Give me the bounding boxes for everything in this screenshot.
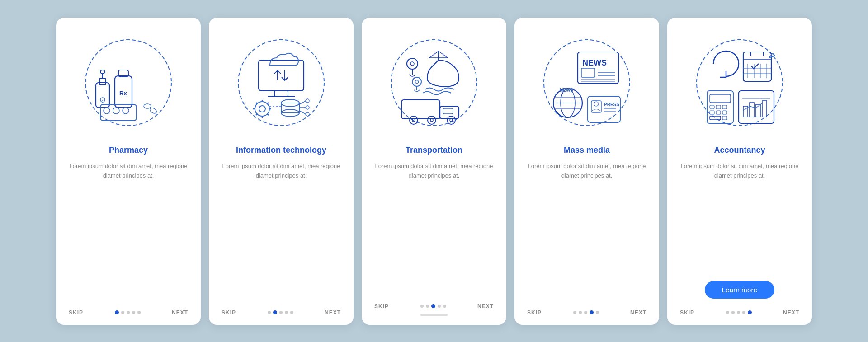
svg-point-58 [447,116,455,124]
dot-1 [268,311,271,314]
transportation-title: Transportation [406,145,462,155]
card-information-technology: Information technology Lorem ipsum dolor… [209,18,354,325]
accountancy-icon-area [685,28,794,137]
it-skip[interactable]: SKIP [222,309,236,316]
svg-rect-96 [710,94,731,103]
svg-point-56 [428,116,436,124]
card-transportation: Transportation Lorem ipsum dolor sit dim… [362,18,506,325]
svg-rect-95 [707,91,733,123]
svg-point-44 [407,58,418,69]
svg-text:PRESS: PRESS [604,102,619,107]
transportation-dots [420,304,446,308]
svg-rect-99 [722,105,727,109]
it-dots [268,310,293,314]
svg-rect-104 [722,116,727,120]
svg-rect-82 [743,52,771,81]
it-title: Information technology [236,145,326,155]
pharmacy-icon-area: Rx [74,28,183,137]
dot-2 [426,305,429,308]
dot-5 [748,310,752,314]
svg-text:NEWS: NEWS [582,58,607,67]
pharmacy-next[interactable]: NEXT [172,309,188,316]
dot-3 [431,304,435,308]
dot-4 [590,310,594,314]
dot-4 [132,311,135,314]
svg-point-13 [144,104,151,108]
mass-media-icon-area: NEWS PRESS [533,28,641,137]
transportation-skip[interactable]: SKIP [374,303,389,309]
svg-rect-63 [581,68,595,77]
svg-point-41 [306,112,309,116]
svg-rect-103 [710,116,721,120]
it-icon-area [227,28,335,137]
dot-4 [438,305,441,308]
pharmacy-title: Pharmacy [109,145,148,155]
mass-media-skip[interactable]: SKIP [527,309,542,316]
accountancy-next[interactable]: NEXT [783,309,799,316]
svg-point-47 [412,77,421,86]
dot-4 [285,311,288,314]
transportation-icon-area [380,28,488,137]
it-nav: SKIP NEXT [218,309,344,316]
svg-text:NEWS: NEWS [560,88,573,93]
accountancy-nav: SKIP NEXT [676,309,803,316]
dot-4 [742,311,745,314]
svg-rect-33 [281,103,299,113]
svg-text:Rx: Rx [119,90,127,97]
svg-rect-110 [762,101,767,117]
dot-3 [584,311,587,314]
accountancy-dots [726,310,752,314]
svg-point-45 [410,62,414,66]
svg-line-28 [256,103,258,104]
svg-rect-53 [443,108,453,114]
learn-more-button[interactable]: Learn more [705,281,775,299]
svg-line-38 [299,111,306,114]
dot-3 [279,311,283,314]
pharmacy-desc: Lorem ipsum dolor sit dim amet, mea regi… [65,162,192,181]
svg-rect-18 [274,91,288,96]
svg-line-30 [267,103,269,104]
svg-point-42 [391,40,477,126]
accountancy-skip[interactable]: SKIP [680,309,694,316]
transportation-desc: Lorem ipsum dolor sit dim amet, mea regi… [371,162,497,181]
dot-1 [573,311,576,314]
dot-5 [137,311,141,314]
mass-media-desc: Lorem ipsum dolor sit dim amet, mea regi… [524,162,650,181]
svg-line-29 [267,113,269,115]
card-mass-media: NEWS PRESS [514,18,659,325]
dot-1 [115,310,119,314]
svg-rect-108 [750,103,754,117]
transportation-scrollbar [420,314,448,316]
svg-point-39 [306,99,309,103]
dot-5 [443,305,446,308]
accountancy-desc: Lorem ipsum dolor sit dim amet, mea regi… [676,162,803,181]
mass-media-dots [573,310,599,314]
svg-rect-105 [739,91,774,123]
accountancy-title: Accountancy [714,145,765,155]
pharmacy-skip[interactable]: SKIP [69,309,83,316]
dot-5 [290,311,293,314]
svg-rect-61 [578,52,618,84]
mass-media-next[interactable]: NEXT [630,309,646,316]
svg-rect-75 [591,101,601,112]
dot-2 [121,311,124,314]
card-accountancy: Accountancy Lorem ipsum dolor sit dim am… [667,18,812,325]
dot-3 [127,311,130,314]
svg-line-36 [299,101,306,104]
transportation-next[interactable]: NEXT [477,303,494,309]
it-next[interactable]: NEXT [325,309,341,316]
svg-rect-74 [588,96,620,122]
dot-2 [579,311,582,314]
pharmacy-dots [115,310,141,314]
dot-2 [273,310,277,314]
svg-rect-100 [710,111,714,114]
svg-rect-98 [716,105,721,109]
dot-5 [596,311,599,314]
svg-rect-10 [104,108,110,114]
card-pharmacy: Rx Pharmacy Lorem ipsum dolor sit dim am… [56,18,201,325]
svg-point-40 [306,106,309,109]
dot-1 [726,311,729,314]
cards-container: Rx Pharmacy Lorem ipsum dolor sit dim am… [38,4,830,338]
svg-point-23 [259,106,265,112]
svg-point-48 [415,80,419,83]
